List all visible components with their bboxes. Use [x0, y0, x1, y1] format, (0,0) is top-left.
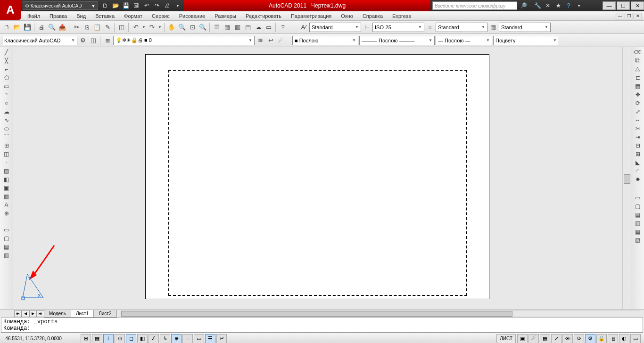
horizontal-scrollbar[interactable]: [121, 310, 641, 317]
pan-icon[interactable]: ✋: [167, 23, 176, 32]
matchprop-icon[interactable]: ✎: [103, 23, 112, 32]
coordinates-display[interactable]: -46.5531, 115.3728, 0.0000: [0, 336, 80, 341]
menu-window[interactable]: Окно: [336, 11, 358, 21]
isolate-icon[interactable]: ◐: [619, 334, 629, 343]
tp-icon[interactable]: ▥: [233, 23, 242, 32]
new-icon[interactable]: 🗋: [101, 1, 109, 10]
app-logo[interactable]: A: [0, 0, 21, 20]
mdi-restore-button[interactable]: ❐: [625, 13, 633, 19]
layer-props-icon[interactable]: ≣: [103, 36, 112, 45]
layer-state-icon[interactable]: ≋: [256, 36, 265, 45]
qview-layouts-icon[interactable]: ☄: [528, 334, 539, 343]
zoom-rt-icon[interactable]: 🔍: [177, 23, 187, 32]
break-icon[interactable]: ⊟: [633, 141, 643, 149]
plotstyle-dropdown[interactable]: Поцвету▼: [493, 36, 559, 45]
otrack-toggle[interactable]: ∠: [149, 334, 159, 343]
tablestyle-dropdown[interactable]: Standard▼: [499, 23, 551, 32]
publish-icon[interactable]: 📤: [58, 23, 67, 32]
ducs-toggle[interactable]: ↳: [160, 334, 170, 343]
hscroll-thumb[interactable]: [121, 311, 512, 317]
arc-icon[interactable]: ◝: [2, 90, 11, 98]
help-icon[interactable]: ?: [564, 1, 573, 10]
menu-file[interactable]: Файл: [23, 11, 45, 21]
tablestyle-icon[interactable]: ▦: [488, 23, 498, 32]
redo-dd-icon[interactable]: ▾: [157, 23, 162, 32]
menu-express[interactable]: Express: [388, 11, 416, 21]
join-icon[interactable]: ⊞: [633, 150, 643, 158]
layer-dropdown[interactable]: 💡❄☀🔒🖨 ■ 0▼: [113, 36, 255, 45]
polar-toggle[interactable]: ⊙: [115, 334, 125, 343]
qp-toggle[interactable]: ☰: [205, 334, 215, 343]
extra2-icon[interactable]: ▢: [2, 234, 11, 242]
undo-icon[interactable]: ↶: [142, 1, 151, 10]
copy-icon[interactable]: ⎘: [82, 23, 91, 32]
osnap-toggle[interactable]: ◻: [126, 334, 136, 343]
lwt-toggle[interactable]: ≡: [182, 334, 193, 343]
cut-icon[interactable]: ✂: [72, 23, 81, 32]
tab-last-button[interactable]: ⏭: [37, 310, 44, 317]
block-icon[interactable]: ◫: [117, 23, 126, 32]
linetype-dropdown[interactable]: ——— Послою ———▼: [359, 36, 435, 45]
plot-icon[interactable]: 🖨: [37, 23, 46, 32]
r2-icon[interactable]: ▢: [633, 202, 643, 210]
chamfer-icon[interactable]: ◣: [633, 158, 643, 166]
tab-layout1[interactable]: Лист1: [71, 310, 94, 318]
help-dd-icon[interactable]: ▼: [575, 1, 583, 10]
xline-icon[interactable]: ╳: [2, 57, 11, 65]
3dosnap-toggle[interactable]: ◧: [137, 334, 148, 343]
rotate-icon[interactable]: ⟳: [633, 99, 643, 107]
spline-icon[interactable]: ∿: [2, 116, 11, 124]
dimstyle-dropdown[interactable]: ISO-25▼: [372, 23, 424, 32]
save-icon[interactable]: 💾: [122, 1, 130, 10]
tab-model[interactable]: Модель: [44, 310, 71, 318]
r3-icon[interactable]: ▤: [633, 211, 643, 219]
fillet-icon[interactable]: ◜: [633, 167, 643, 175]
mirror-icon[interactable]: ⧋: [633, 65, 643, 73]
circle-icon[interactable]: ○: [2, 99, 11, 107]
region-icon[interactable]: ▣: [2, 184, 11, 192]
scroll-thumb[interactable]: [624, 174, 630, 184]
ws-switch-icon[interactable]: ⚙: [585, 334, 595, 343]
open-icon[interactable]: 📂: [111, 1, 120, 10]
copy-obj-icon[interactable]: ⿻: [633, 57, 643, 65]
menu-tools[interactable]: Сервис: [147, 11, 174, 21]
revcloud-icon[interactable]: ☁: [2, 107, 11, 115]
lineweight-dropdown[interactable]: — Послою —▼: [436, 36, 492, 45]
menu-edit[interactable]: Правка: [45, 11, 72, 21]
viewport-frame[interactable]: [168, 70, 467, 296]
tab-next-button[interactable]: ▶: [29, 310, 37, 317]
color-dropdown[interactable]: ■ Послою▼: [292, 36, 358, 45]
ssm-icon[interactable]: ▤: [243, 23, 253, 32]
preview-icon[interactable]: 🔍: [47, 23, 57, 32]
rectangle-icon[interactable]: ▭: [2, 82, 11, 90]
scale-icon[interactable]: ⤢: [633, 107, 643, 115]
menu-view[interactable]: Вид: [72, 11, 91, 21]
redo-icon[interactable]: ↷: [153, 1, 161, 10]
zoom-prev-icon[interactable]: 🔍: [198, 23, 207, 32]
zoom-win-icon[interactable]: ⊡: [188, 23, 197, 32]
ortho-toggle[interactable]: ⊥: [103, 334, 114, 343]
save-icon[interactable]: 💾: [23, 23, 32, 32]
mtext-icon[interactable]: A: [2, 201, 11, 209]
menu-help[interactable]: Справка: [358, 11, 388, 21]
undo-icon[interactable]: ↶: [131, 23, 140, 32]
tab-layout2[interactable]: Лист2: [93, 310, 116, 318]
new-icon[interactable]: 🗋: [2, 23, 11, 32]
extend-icon[interactable]: ⇥: [633, 133, 643, 141]
space-label[interactable]: ЛИСТ: [496, 334, 516, 343]
vertical-scrollbar[interactable]: [622, 47, 631, 309]
ellipsearc-icon[interactable]: ⌒: [2, 133, 11, 141]
search-go-icon[interactable]: 🔎: [519, 1, 528, 10]
ws-settings-icon[interactable]: ⚙: [78, 36, 88, 45]
lock-ui-icon[interactable]: 🔒: [596, 334, 607, 343]
menu-parametric[interactable]: Параметризация: [286, 11, 336, 21]
layer-prev-icon[interactable]: ↩: [266, 36, 275, 45]
textstyle-icon[interactable]: A⁄: [299, 23, 308, 32]
infocenter-search[interactable]: Введите ключевое слово/фразу: [432, 1, 517, 10]
dimstyle-icon[interactable]: ⊢: [362, 23, 372, 32]
addselected-icon[interactable]: ⊕: [2, 209, 11, 217]
menu-dimension[interactable]: Размеры: [210, 11, 241, 21]
polygon-icon[interactable]: ⬠: [2, 74, 11, 82]
ellipse-icon[interactable]: ⬭: [2, 124, 11, 132]
undo-dd-icon[interactable]: ▾: [141, 23, 146, 32]
